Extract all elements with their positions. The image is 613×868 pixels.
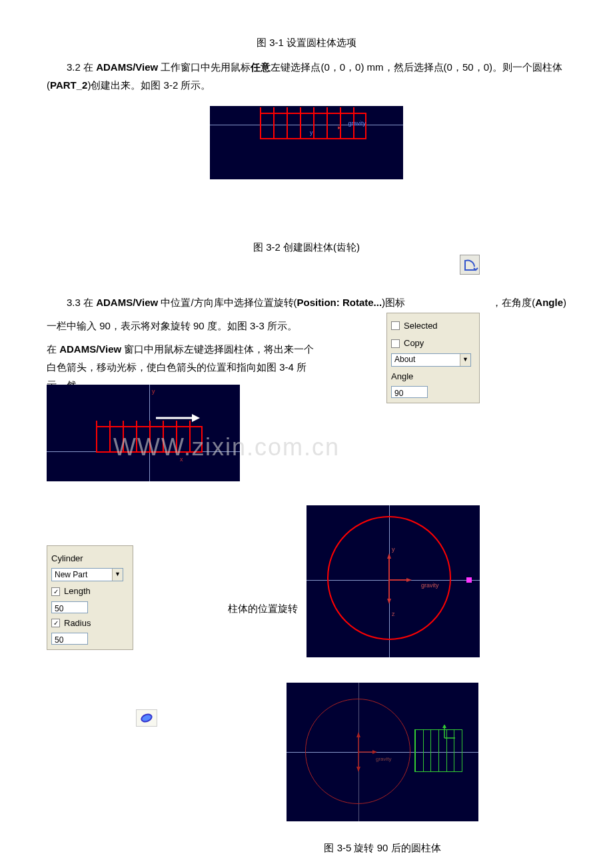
svg-marker-3 (387, 553, 391, 559)
svg-marker-11 (372, 750, 377, 754)
selected-checkbox-row[interactable]: Selected (391, 318, 475, 333)
svg-marker-5 (406, 578, 412, 582)
y-label: y (310, 127, 313, 138)
svg-marker-9 (356, 732, 360, 737)
para-3-3-line3: 在 ADAMS/View 窗口中用鼠标左键选择圆柱体，将出来一个白色箭头，移动光… (47, 340, 320, 394)
radius-input[interactable]: 50 (51, 633, 88, 645)
cylinder-tool-icon (136, 709, 157, 727)
para-3-3-line1: 3.3 在 ADAMS/View 中位置/方向库中选择位置旋转(Position… (47, 293, 566, 311)
radius-label: Radius (64, 615, 91, 631)
figure-3-5-top: y gravity z (306, 505, 480, 657)
newpart-select[interactable]: New Part▼ (51, 568, 123, 581)
x-axis-label: x (180, 454, 183, 465)
radius-checkbox[interactable] (51, 619, 60, 627)
selected-label: Selected (404, 318, 438, 333)
length-label: Length (64, 583, 91, 599)
green-cylinder-side (414, 729, 462, 772)
para-3-3-line2: 一栏中输入 90，表示将对象旋转 90 度。如图 3-3 所示。 (47, 317, 320, 335)
length-input[interactable]: 50 (51, 601, 88, 613)
svg-marker-15 (442, 725, 446, 728)
selected-checkbox[interactable] (391, 321, 400, 330)
gravity-label: gravity (348, 118, 366, 129)
about-select[interactable]: About▼ (391, 353, 471, 367)
figure-3-5-bottom: gravity (287, 683, 478, 821)
svg-marker-7 (387, 599, 391, 604)
para-3-2: 3.2 在 ADAMS/View 工作窗口中先用鼠标任意左键选择点(0，0，0)… (47, 58, 566, 94)
text-fragment: 柱体的位置旋转 (228, 603, 298, 614)
fig35-caption: 图 3-5 旋转 90 后的圆柱体 (287, 839, 478, 857)
length-checkbox-row[interactable]: Length (51, 583, 129, 599)
copy-checkbox-row[interactable]: Copy (391, 335, 475, 351)
svg-marker-13 (356, 767, 360, 772)
figure-3-2: gravity y ▸ (210, 106, 403, 179)
rotate-icon (460, 255, 480, 275)
length-checkbox[interactable] (51, 587, 60, 596)
watermark: WWW.zixin.com.cn (113, 426, 340, 469)
rotate-options-panel: Selected Copy About▼ Angle 90 (386, 313, 480, 403)
radius-checkbox-row[interactable]: Radius (51, 615, 129, 631)
angle-label: Angle (391, 369, 475, 384)
copy-checkbox[interactable] (391, 339, 400, 348)
cylinder-options-panel: Cylinder New Part▼ Length 50 Radius 50 (47, 545, 133, 650)
cylinder-title: Cylinder (51, 551, 129, 566)
fig31-caption: 图 3-1 设置圆柱体选项 (47, 33, 566, 51)
fig32-caption: 图 3-2 创建圆柱体(齿轮) (47, 238, 566, 256)
copy-label: Copy (404, 335, 424, 351)
angle-input[interactable]: 90 (391, 386, 428, 398)
